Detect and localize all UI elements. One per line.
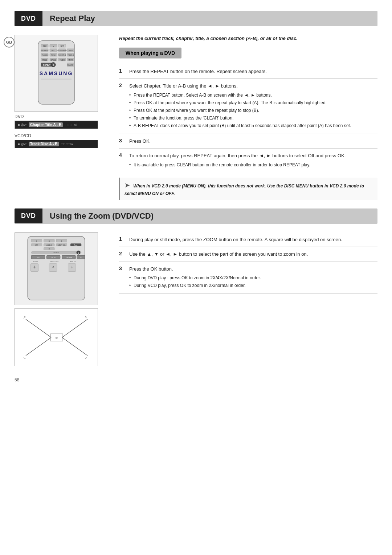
svg-text:TREBLE: TREBLE [68, 54, 74, 56]
zoom-diagram-svg: ⊕ ↗ ↖ ↘ ↙ [15, 308, 98, 366]
svg-text:TV/VCR: TV/VCR [42, 54, 48, 56]
sub-item-2-4: To terminate the function, press the 'CL… [129, 115, 351, 121]
svg-text:INFO: INFO [60, 45, 64, 47]
zoom-remote-image: 7 8 9 IPC ANGLE INPUT SEL Zoom 0 SELECT [15, 232, 98, 305]
svg-text:8: 8 [49, 240, 50, 242]
instr-item-1: 1 Press the REPEAT button on the remote.… [119, 64, 377, 79]
svg-text:INPUT SEL: INPUT SEL [57, 244, 66, 246]
svg-text:+: + [33, 264, 36, 270]
remote-image: REC ▼ INFO SPEAKER TEST SOUND-MODE BASS … [15, 35, 98, 112]
gb-badge: GB [4, 37, 15, 48]
svg-text:IPC: IPC [35, 244, 38, 246]
sub-list-2: Press the REPEAT button. Select A-B on s… [129, 92, 351, 129]
page-number: 58 [15, 375, 377, 382]
note-box-1: ➤ When in VCD 2.0 mode (MENU ON), this f… [119, 178, 377, 200]
sub-item-2-1: Press the REPEAT button. Select A-B on s… [129, 92, 351, 98]
svg-text:SPEED: SPEED [50, 59, 56, 61]
sub-item-2-3: Press OK at the point where you want the… [129, 107, 351, 114]
svg-text:TITLE: TITLE [51, 54, 56, 56]
svg-text:SAMSUNG: SAMSUNG [40, 70, 73, 76]
section2-title: Using the Zoom (DVD/VCD) [42, 208, 161, 224]
right-column-1: Repeat the current track, chapter, title… [119, 35, 377, 200]
svg-text:DVD: DVD [36, 256, 40, 259]
svg-text:TIMER: TIMER [60, 59, 65, 61]
svg-text:ANGLE: ANGLE [46, 244, 52, 246]
svg-text:7: 7 [36, 240, 37, 242]
note-text-1: When in VCD 2.0 mode (MENU ON), this fun… [124, 183, 364, 196]
zoom-sub-1: During DVD play : press OK to zoom in 2X… [129, 275, 261, 281]
section1-header: DVD Repeat Play [15, 11, 377, 26]
right-column-2: 1 During play or still mode, press the Z… [119, 232, 377, 366]
svg-text:SUBTITLE: SUBTITLE [58, 54, 66, 56]
dvd-badge-2: DVD [15, 208, 42, 223]
svg-text:↗: ↗ [23, 315, 26, 319]
svg-text:↖: ↖ [85, 315, 87, 319]
zoom-sub-list: During DVD play : press OK to zoom in 2X… [129, 275, 261, 289]
svg-text:FM/AM: FM/AM [66, 256, 72, 259]
zoom-instr-num-3: 3 [119, 266, 125, 271]
zoom-instr-text-2: Use the ▲, ▼ or ◄, ► button to select th… [129, 251, 308, 258]
sub-list-4: It is available to press CLEAR button on… [129, 162, 346, 168]
svg-text:SELECT: SELECT [53, 252, 59, 254]
vcd-screen-bar: ■ @vt Track Disc A - B □□ □□ok [15, 140, 98, 148]
sub-item-4-1: It is available to press CLEAR button on… [129, 162, 346, 168]
vcd-cd-label: VCD/CD [15, 133, 109, 138]
dvd-label: DVD [15, 114, 109, 119]
zoom-instr-item-2: 2 Use the ▲, ▼ or ◄, ► button to select … [119, 247, 377, 262]
left-column-2: 7 8 9 IPC ANGLE INPUT SEL Zoom 0 SELECT [15, 232, 109, 366]
svg-text:MODE: MODE [42, 59, 47, 61]
svg-text:REC: REC [43, 45, 47, 47]
svg-text:↙: ↙ [85, 356, 87, 360]
sub-item-2-2: Press OK at the point where you want the… [129, 100, 351, 106]
svg-text:Zoom: Zoom [74, 244, 78, 246]
svg-text:+: + [70, 264, 73, 270]
svg-text:SEARCH: SEARCH [68, 64, 74, 66]
instr-num-2: 2 [119, 82, 125, 88]
svg-text:BASS: BASS [69, 50, 73, 52]
instr-item-2: 2 Select Chapter, Title or A-B using the… [119, 79, 377, 134]
when-playing-label: When playing a DVD [119, 48, 181, 58]
svg-text:PROG / TPK: PROG / TPK [50, 261, 59, 263]
intro-text: Repeat the current track, chapter, title… [119, 35, 377, 42]
svg-text:REPEAT: REPEAT [43, 64, 50, 66]
left-column-1: REC ▼ INFO SPEAKER TEST SOUND-MODE BASS … [15, 35, 109, 200]
zoom-instr-item-1: 1 During play or still mode, press the Z… [119, 232, 377, 247]
svg-text:VCR: VCR [51, 256, 56, 259]
sub-item-2-5: A-B REPEAT does not allow you to set poi… [129, 122, 351, 129]
svg-text:↘: ↘ [23, 356, 26, 360]
instr-num-1: 1 [119, 68, 125, 74]
section2-header: DVD Using the Zoom (DVD/VCD) [15, 208, 377, 224]
instr-item-4: 4 To return to normal play, press REPEAT… [119, 149, 377, 173]
instr-num-3: 3 [119, 138, 125, 143]
svg-text:⊕: ⊕ [55, 336, 58, 340]
svg-text:AMP VOL: AMP VOL [70, 261, 77, 263]
instr-text-2: Select Chapter, Title or A-B using the ◄… [129, 82, 351, 130]
svg-text:TEST: TEST [51, 50, 56, 52]
dvd-badge-1: DVD [15, 11, 42, 26]
section1-title: Repeat Play [42, 11, 102, 26]
svg-text:9: 9 [61, 240, 62, 242]
zoom-sub-2: During VCD play, press OK to zoom in 2X/… [129, 282, 261, 289]
instructions-list-1: 1 Press the REPEAT button on the remote.… [119, 64, 377, 173]
zoom-instr-num-2: 2 [119, 251, 125, 256]
svg-text:∧: ∧ [52, 264, 54, 268]
zoom-diagram: ⊕ ↗ ↖ ↘ ↙ [15, 308, 98, 366]
zoom-instr-text-1: During play or still mode, press the ZOO… [129, 236, 342, 243]
instr-num-4: 4 [119, 152, 125, 158]
svg-text:TV VOL: TV VOL [33, 261, 38, 263]
instructions-list-2: 1 During play or still mode, press the Z… [119, 232, 377, 294]
zoom-instr-item-3: 3 Press the OK button. During DVD play :… [119, 262, 377, 294]
svg-text:SPEAKER: SPEAKER [41, 50, 49, 52]
zoom-instr-num-1: 1 [119, 236, 125, 242]
zoom-instr-text-3: Press the OK button. During DVD play : p… [129, 266, 261, 290]
instr-text-1: Press the REPEAT button on the remote. R… [129, 68, 267, 75]
dvd-screen-bar: ■ @vt Chapter Title A - B □□ □□ok [15, 121, 98, 129]
svg-text:SOUND-MODE: SOUND-MODE [56, 50, 68, 52]
svg-text:▼: ▼ [53, 45, 54, 47]
svg-text:0: 0 [49, 248, 50, 250]
svg-text:MARK: MARK [68, 59, 73, 61]
zoom-remote-svg: 7 8 9 IPC ANGLE INPUT SEL Zoom 0 SELECT [20, 236, 93, 302]
svg-text:1: 1 [53, 64, 54, 66]
instr-text-4: To return to normal play, press REPEAT a… [129, 152, 346, 169]
note-arrow-icon: ➤ [124, 182, 130, 189]
